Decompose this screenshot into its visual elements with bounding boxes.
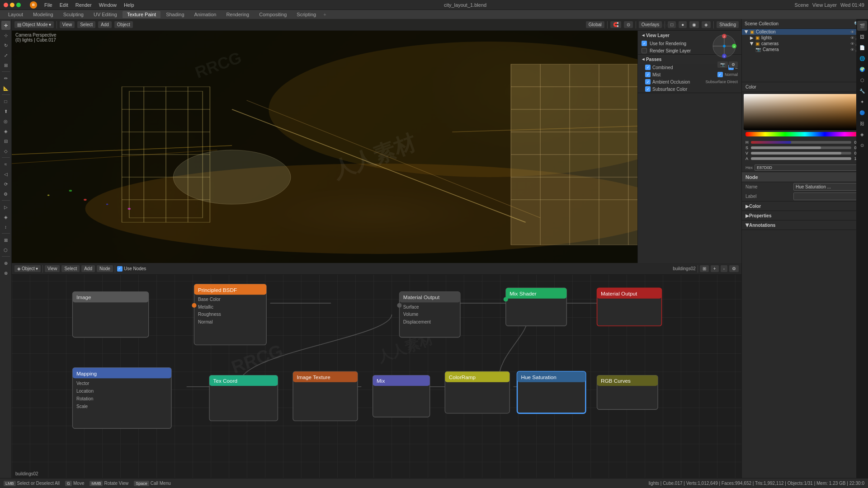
- tool-cursor[interactable]: ✛: [1, 21, 10, 30]
- render-single-layer-cb[interactable]: [642, 48, 647, 53]
- slider-v-track[interactable]: [751, 152, 851, 155]
- select-menu-btn[interactable]: Select: [77, 21, 95, 28]
- tool-shrink-fatten[interactable]: ◈: [1, 212, 10, 221]
- combined-cb[interactable]: ✓: [645, 65, 651, 70]
- use-for-rendering-cb[interactable]: ✓: [642, 41, 647, 46]
- tool-annotate[interactable]: ✏: [1, 74, 10, 83]
- tool-move[interactable]: ⊹: [1, 31, 10, 40]
- tool-vertex-slide[interactable]: ▷: [1, 202, 10, 211]
- tool-scale[interactable]: ⤢: [1, 51, 10, 60]
- node-frame-btn[interactable]: ⊞: [700, 265, 709, 272]
- transform-global-btn[interactable]: Global: [586, 21, 604, 28]
- color-picker-gradient[interactable]: [744, 94, 866, 130]
- tab-modeling[interactable]: Modeling: [28, 11, 58, 18]
- node-node-btn[interactable]: Node: [97, 265, 113, 272]
- proportional-btn[interactable]: ⊙: [624, 21, 633, 28]
- tab-rendering[interactable]: Rendering: [222, 11, 254, 18]
- node-label-input[interactable]: [793, 192, 857, 200]
- tab-sculpting[interactable]: Sculpting: [59, 11, 88, 18]
- slider-a-track[interactable]: [751, 157, 851, 160]
- use-nodes-toggle[interactable]: ✓ Use Nodes: [117, 266, 146, 272]
- tool-smooth[interactable]: ≈: [1, 160, 10, 169]
- tool-spin[interactable]: ⟳: [1, 179, 10, 188]
- node-editor-type-btn[interactable]: ◈ Object ▾: [14, 265, 41, 272]
- add-workspace-btn[interactable]: +: [323, 12, 326, 17]
- tool-shear[interactable]: ◁: [1, 169, 10, 178]
- node-view-btn[interactable]: View: [45, 265, 60, 272]
- view-layer-icon-btn[interactable]: 📄: [857, 42, 867, 52]
- tool-inset[interactable]: ◎: [1, 117, 10, 126]
- use-nodes-checkbox[interactable]: ✓: [117, 266, 123, 272]
- node-editor[interactable]: RRCG 人人素材 ◈ Object ▾ View Select Add Nod…: [12, 263, 741, 478]
- annotations-section-header[interactable]: ▶ Annotations: [742, 221, 868, 230]
- tool-screw[interactable]: ⚙: [1, 189, 10, 198]
- viewport-3d[interactable]: RRCG 人人素材 ▤ Object Mode ▾ View Select Ad…: [12, 19, 741, 263]
- node-name-input[interactable]: [793, 183, 864, 191]
- tab-texture-paint[interactable]: Texture Paint: [123, 11, 160, 18]
- menu-render[interactable]: Render: [74, 1, 94, 9]
- outliner-item-collection[interactable]: ▶ ▣ Collection 👁 🎥 ⊙: [742, 29, 868, 35]
- object-icon-btn[interactable]: ⬡: [857, 75, 867, 85]
- tab-animation[interactable]: Animation: [190, 11, 221, 18]
- data-icon-btn[interactable]: ◈: [857, 129, 867, 139]
- ao-cb[interactable]: ✓: [645, 79, 651, 84]
- mode-selector[interactable]: ▤ Object Mode ▾: [14, 21, 54, 28]
- world-icon-btn[interactable]: 🌍: [857, 64, 867, 74]
- outliner-item-cameras[interactable]: ▶ ▣ cameras 👁 🎥 ⊙: [742, 41, 868, 47]
- slider-h-track[interactable]: [751, 141, 851, 144]
- close-button[interactable]: [4, 3, 8, 7]
- node-zoom-out-btn[interactable]: -: [721, 265, 727, 272]
- tab-scripting[interactable]: Scripting: [292, 11, 321, 18]
- mist-cb[interactable]: ✓: [645, 72, 651, 77]
- fullscreen-button[interactable]: [16, 3, 21, 7]
- shading-btn[interactable]: Shading: [717, 21, 739, 28]
- tool-magnet[interactable]: ⊕: [1, 258, 10, 267]
- tab-layout[interactable]: Layout: [4, 11, 28, 18]
- tab-shading[interactable]: Shading: [161, 11, 189, 18]
- node-select-btn[interactable]: Select: [61, 265, 80, 272]
- node-add-btn[interactable]: Add: [81, 265, 95, 272]
- solid-btn[interactable]: ●: [679, 21, 687, 28]
- node-zoom-in-btn[interactable]: +: [711, 265, 719, 272]
- physics-icon-btn[interactable]: 🔵: [857, 108, 867, 117]
- subsurface-color-cb[interactable]: ✓: [645, 86, 651, 92]
- object-menu-btn[interactable]: Object: [114, 21, 133, 28]
- tool-rip[interactable]: ⊠: [1, 235, 10, 244]
- navigation-gizmo[interactable]: Z X Y: [711, 33, 738, 60]
- tab-uv-editing[interactable]: UV Editing: [89, 11, 122, 18]
- tool-bevel[interactable]: ◈: [1, 127, 10, 136]
- minimize-button[interactable]: [10, 3, 14, 7]
- node-settings-btn[interactable]: ⚙: [729, 265, 739, 272]
- outliner-item-camera[interactable]: 📷 Camera 👁 🎥 ⊙: [742, 47, 868, 52]
- tool-transform[interactable]: ⊞: [1, 61, 10, 70]
- output-icon-btn[interactable]: 🖼: [857, 32, 867, 42]
- add-menu-btn[interactable]: Add: [98, 21, 112, 28]
- tool-add-cube[interactable]: □: [1, 97, 10, 106]
- color-hue-slider[interactable]: [745, 132, 864, 136]
- color-section-header[interactable]: ▶ Color ⋮⋮: [742, 202, 868, 211]
- tool-snap[interactable]: ⊗: [1, 268, 10, 277]
- render-icon-btn[interactable]: 🎬: [857, 21, 867, 31]
- modifier-icon-btn[interactable]: 🔧: [857, 86, 867, 96]
- wireframe-btn[interactable]: □: [668, 21, 676, 28]
- tool-rotate[interactable]: ↻: [1, 41, 10, 50]
- camera-view-btn[interactable]: 📷: [717, 61, 728, 68]
- constraints-icon-btn[interactable]: ⛓: [857, 118, 867, 128]
- overlays-btn[interactable]: Overlays: [639, 21, 662, 28]
- outliner-item-lights[interactable]: ▶ ▣ lights 👁 🎥 ⊙: [742, 35, 868, 41]
- tool-knife[interactable]: ◇: [1, 146, 10, 155]
- normal-cb[interactable]: ✓: [717, 72, 723, 77]
- properties-section-header[interactable]: ▶ Properties: [742, 211, 868, 220]
- scene-icon-btn[interactable]: 🌐: [857, 53, 867, 63]
- hex-input[interactable]: [755, 164, 864, 171]
- rendered-btn[interactable]: ◈: [702, 21, 711, 28]
- tool-poly-build[interactable]: ⬡: [1, 245, 10, 254]
- snap-btn[interactable]: 🧲: [610, 21, 621, 28]
- tool-measure[interactable]: 📐: [1, 84, 10, 93]
- particles-icon-btn[interactable]: ✦: [857, 97, 867, 107]
- menu-edit[interactable]: Edit: [58, 1, 70, 9]
- material-btn[interactable]: ◉: [689, 21, 699, 28]
- tool-loop-cut[interactable]: ⊟: [1, 136, 10, 145]
- render-preview-btn[interactable]: ⚙: [729, 61, 738, 68]
- menu-file[interactable]: File: [42, 1, 54, 9]
